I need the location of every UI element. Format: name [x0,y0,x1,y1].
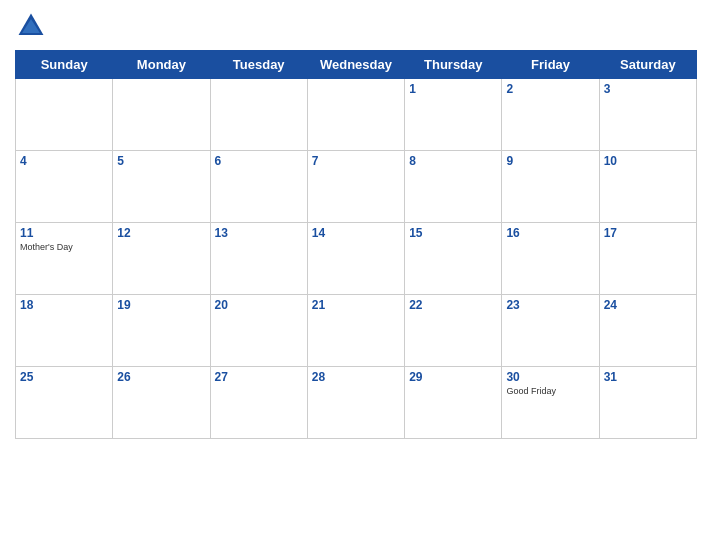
calendar-cell: 13 [210,223,307,295]
calendar-cell: 5 [113,151,210,223]
day-number: 29 [409,370,497,384]
calendar-cell: 3 [599,79,696,151]
calendar-cell: 26 [113,367,210,439]
day-number: 13 [215,226,303,240]
calendar-cell: 17 [599,223,696,295]
calendar-cell: 28 [307,367,404,439]
calendar-cell: 10 [599,151,696,223]
calendar-cell [210,79,307,151]
day-number: 31 [604,370,692,384]
calendar-cell: 16 [502,223,599,295]
header-saturday: Saturday [599,51,696,79]
holiday-name: Good Friday [506,386,594,396]
calendar-cell: 30Good Friday [502,367,599,439]
day-number: 16 [506,226,594,240]
day-number: 2 [506,82,594,96]
calendar-cell: 8 [405,151,502,223]
calendar-cell: 21 [307,295,404,367]
calendar-cell: 19 [113,295,210,367]
day-number: 10 [604,154,692,168]
day-number: 18 [20,298,108,312]
calendar-cell: 7 [307,151,404,223]
day-number: 11 [20,226,108,240]
header-friday: Friday [502,51,599,79]
calendar-cell [16,79,113,151]
day-number: 19 [117,298,205,312]
day-number: 7 [312,154,400,168]
day-number: 27 [215,370,303,384]
calendar-cell: 23 [502,295,599,367]
day-number: 1 [409,82,497,96]
week-row-4: 252627282930Good Friday31 [16,367,697,439]
day-number: 30 [506,370,594,384]
calendar-cell: 27 [210,367,307,439]
day-number: 21 [312,298,400,312]
calendar-page: SundayMondayTuesdayWednesdayThursdayFrid… [0,0,712,550]
logo [15,10,51,42]
calendar-cell: 29 [405,367,502,439]
day-number: 20 [215,298,303,312]
calendar-table: SundayMondayTuesdayWednesdayThursdayFrid… [15,50,697,439]
calendar-cell: 6 [210,151,307,223]
day-number: 9 [506,154,594,168]
days-header-row: SundayMondayTuesdayWednesdayThursdayFrid… [16,51,697,79]
header-tuesday: Tuesday [210,51,307,79]
calendar-cell: 24 [599,295,696,367]
day-number: 6 [215,154,303,168]
holiday-name: Mother's Day [20,242,108,252]
week-row-3: 18192021222324 [16,295,697,367]
day-number: 22 [409,298,497,312]
header-monday: Monday [113,51,210,79]
day-number: 15 [409,226,497,240]
calendar-cell: 20 [210,295,307,367]
calendar-cell: 22 [405,295,502,367]
header-wednesday: Wednesday [307,51,404,79]
calendar-cell: 4 [16,151,113,223]
logo-icon [15,10,47,42]
calendar-cell: 18 [16,295,113,367]
day-number: 24 [604,298,692,312]
day-number: 28 [312,370,400,384]
day-number: 26 [117,370,205,384]
week-row-2: 11Mother's Day121314151617 [16,223,697,295]
calendar-cell: 1 [405,79,502,151]
calendar-cell: 12 [113,223,210,295]
day-number: 23 [506,298,594,312]
calendar-cell: 25 [16,367,113,439]
header-thursday: Thursday [405,51,502,79]
header-sunday: Sunday [16,51,113,79]
week-row-1: 45678910 [16,151,697,223]
calendar-cell: 11Mother's Day [16,223,113,295]
day-number: 5 [117,154,205,168]
week-row-0: 123 [16,79,697,151]
calendar-cell: 31 [599,367,696,439]
calendar-cell [307,79,404,151]
day-number: 4 [20,154,108,168]
day-number: 8 [409,154,497,168]
header [15,10,697,42]
calendar-cell: 14 [307,223,404,295]
calendar-cell [113,79,210,151]
day-number: 3 [604,82,692,96]
day-number: 17 [604,226,692,240]
day-number: 25 [20,370,108,384]
calendar-cell: 2 [502,79,599,151]
day-number: 14 [312,226,400,240]
calendar-cell: 15 [405,223,502,295]
day-number: 12 [117,226,205,240]
calendar-cell: 9 [502,151,599,223]
